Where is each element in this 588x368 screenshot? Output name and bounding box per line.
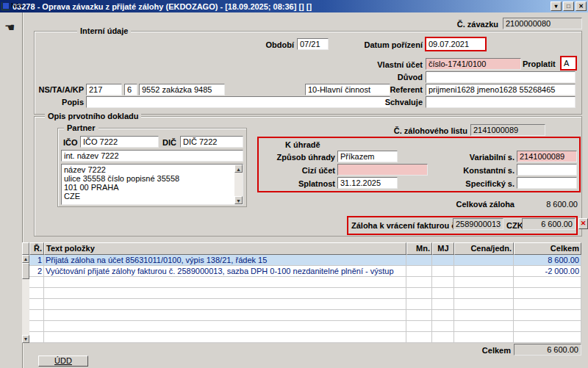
address-scroll-up-icon[interactable]: ▲ [234,165,243,173]
table-row[interactable]: 2 Vyúčtování přijaté zálohy fakturou č. … [29,266,581,277]
partner-internal-name-field[interactable]: int. název 7222 [61,150,243,162]
address-scrollbar[interactable] [234,173,243,196]
advance-refund-invoice-field[interactable]: 2589000013 [453,218,503,230]
internal-group-title: Interní údaje [77,26,131,36]
ns-ta-a-kp-label: NS/TA/A/KP [21,85,84,95]
hand-tool-icon[interactable]: ☚ [4,21,15,35]
own-account-field[interactable]: číslo-1741/0100 [426,58,521,70]
window-title: 03278 - Oprava závazku z přijaté zálohy … [12,2,312,11]
table-body: 1 Přijatá záloha na účet 85631011/0100, … [29,255,581,343]
address-line: název 7222 [64,165,232,174]
ico-label: IČO [63,138,78,148]
due-date-label: Splatnost [259,179,335,189]
specific-symbol-label: Specifický s. [450,179,514,189]
dic-field[interactable]: DIČ 7222 [180,136,243,148]
source-doc-group-title: Opis prvotního dokladu [45,112,141,121]
minimize-button[interactable]: ▾ [551,1,562,11]
partner-group-title: Partner [64,123,98,133]
period-label: Období [220,40,294,50]
remove-refund-icon[interactable]: ✕ [578,218,588,229]
table-scrollbar-thumb[interactable] [22,263,29,279]
col-header-mj[interactable]: MJ [432,242,454,255]
close-button[interactable]: ✕ [576,1,587,11]
table-row[interactable] [29,277,581,288]
constant-symbol-field[interactable] [517,164,577,176]
col-header-cena[interactable]: Cena/jedn. [454,242,514,255]
a-field[interactable]: 9552 zakázka 9485 [139,84,225,95]
foreign-account-field[interactable] [337,164,428,176]
grand-total-label: Celkem [440,346,511,356]
ico-field[interactable]: IČO 7222 [80,136,159,148]
advance-list-number-field[interactable]: 2141000089 [470,124,545,136]
referent-field[interactable]: prijmeni1628 jmeno1628 55268465 [426,84,576,95]
nav-label: Nav [11,1,23,9]
app-window: { "window": { "title": "03278 - Oprava z… [0,0,588,368]
table-row[interactable]: 1 Přijatá záloha na účet 85631011/0100, … [29,255,581,266]
variable-symbol-label: Variabilní s. [450,153,514,162]
address-line: ulice 35558 číslo popisné 35558 [64,174,232,183]
liability-number-field[interactable]: 2100000080 [503,18,582,29]
payment-method-field[interactable]: Příkazem [337,151,398,162]
dic-label: DIČ [162,138,176,148]
ns-field[interactable]: 217 [86,84,122,95]
own-account-label: Vlastní účet [338,60,423,70]
udd-button[interactable]: ÚDD [38,356,88,367]
period-field[interactable]: 07/21 [297,38,329,50]
acquisition-date-label: Datum pořízení [338,40,423,50]
approver-field[interactable] [426,96,576,108]
window-titlebar: 03278 - Oprava závazku z přijaté zálohy … [0,0,588,12]
reason-field[interactable] [426,71,576,83]
table-gutter-header [22,242,29,255]
variable-symbol-field[interactable]: 2141000089 [517,151,577,162]
total-advance-value: 8 600.00 [517,200,578,209]
col-header-r[interactable]: Ř. [29,242,44,255]
foreign-account-label: Cizí účet [259,166,335,176]
table-row[interactable] [29,321,581,332]
payment-method-label: Způsob úhrady [259,153,335,162]
pay-flag-label: Proplatit [523,59,556,69]
advance-list-number-label: Č. zálohového listu [368,126,467,136]
specific-symbol-field[interactable] [517,177,577,189]
advance-refund-label: Záloha k vrácení fakturou č. [351,221,459,231]
payment-section-title: K úhradě [285,140,320,150]
liability-number-label: Č. závazku [412,20,498,29]
table-row[interactable] [29,288,581,299]
reason-label: Důvod [338,73,423,82]
col-header-mn[interactable]: Mn. [406,242,432,255]
address-line: CZE [64,192,232,201]
table-scroll-down-icon[interactable]: ▼ [22,335,29,343]
address-scroll-down-icon[interactable]: ▼ [234,196,243,204]
table-scroll-up-icon[interactable]: ▲ [22,255,29,263]
nav-icon[interactable] [2,2,10,10]
col-header-celkem[interactable]: Celkem [514,242,581,255]
table-header-row: Ř. Text položky Mn. MJ Cena/jedn. Celkem [29,242,581,255]
advance-refund-amount-field[interactable]: 6 600.00 [522,218,576,230]
currency-label: CZK [506,221,523,231]
grand-total-field: 6 600.00 [514,344,581,356]
table-row[interactable] [29,310,581,321]
description-label: Popis [21,98,84,107]
maximize-button[interactable]: □ [563,1,574,11]
constant-symbol-label: Konstantní s. [450,166,514,176]
sidebar: Nav ☚ [0,0,22,356]
pay-flag-field[interactable]: A [560,56,577,71]
address-line: 101 00 PRAHA [64,183,232,192]
col-header-text[interactable]: Text položky [44,242,406,255]
partner-address-box[interactable]: název 7222 ulice 35558 číslo popisné 355… [61,164,243,205]
table-row[interactable] [29,332,581,343]
acquisition-date-field[interactable]: 09.07.2021 [425,37,487,51]
ta-field[interactable]: 6 [124,84,137,95]
total-advance-label: Celková záloha [408,200,514,209]
referent-label: Referent [338,85,423,95]
udd-button-label: ÚDD [54,356,72,365]
due-date-field[interactable]: 31.12.2025 [337,177,398,189]
table-row[interactable] [29,299,581,310]
approver-label: Schvaluje [338,98,423,107]
